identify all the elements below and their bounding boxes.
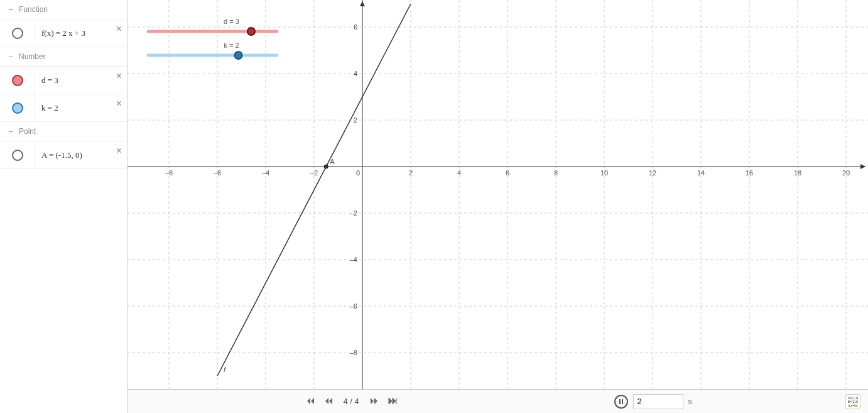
svg-text:6: 6 xyxy=(506,169,509,177)
close-icon[interactable]: × xyxy=(116,70,122,82)
section-header-function[interactable]: − Function xyxy=(0,0,127,19)
svg-text:–2: –2 xyxy=(350,209,357,217)
svg-text:20: 20 xyxy=(842,169,850,177)
item-label: f(x) = 2 x + 3 xyxy=(35,21,127,46)
svg-text:–8: –8 xyxy=(165,169,173,177)
prev-step-button[interactable] xyxy=(322,396,336,407)
collapse-icon: − xyxy=(6,127,15,136)
svg-text:–4: –4 xyxy=(262,169,269,177)
svg-text:12: 12 xyxy=(649,169,656,177)
pause-button[interactable] xyxy=(614,395,628,409)
main-area: –8–6–4–202468101214161820–8–6–4–2246fAd … xyxy=(127,0,868,413)
graph-canvas[interactable]: –8–6–4–202468101214161820–8–6–4–2246fAd … xyxy=(127,0,868,389)
section-label: Number xyxy=(19,52,46,61)
svg-text:8: 8 xyxy=(554,169,558,177)
svg-text:16: 16 xyxy=(746,169,753,177)
algebra-item-point[interactable]: A = (-1.5, 0) × xyxy=(0,141,127,169)
svg-text:A: A xyxy=(330,158,335,165)
collapse-icon: − xyxy=(6,52,15,61)
visibility-toggle[interactable] xyxy=(0,94,35,121)
time-unit-label: s xyxy=(688,397,693,406)
svg-text:4: 4 xyxy=(457,169,461,177)
visibility-toggle[interactable] xyxy=(0,67,35,94)
algebra-item-k[interactable]: k = 2 × xyxy=(0,94,127,122)
algebra-item-d[interactable]: d = 3 × xyxy=(0,67,127,94)
svg-rect-56 xyxy=(622,399,623,404)
visibility-toggle[interactable] xyxy=(0,19,35,47)
item-label: A = (-1.5, 0) xyxy=(35,143,127,168)
svg-point-50 xyxy=(247,28,255,35)
close-icon[interactable]: × xyxy=(116,145,122,157)
last-step-button[interactable] xyxy=(386,396,399,407)
item-label: k = 2 xyxy=(35,96,127,121)
svg-point-47 xyxy=(324,165,328,168)
time-input[interactable] xyxy=(633,394,683,409)
svg-text:–2: –2 xyxy=(310,169,318,177)
svg-text:–6: –6 xyxy=(350,302,357,310)
close-icon[interactable]: × xyxy=(116,23,122,35)
svg-text:10: 10 xyxy=(600,169,608,177)
step-navigation: 4 / 4 xyxy=(303,396,399,407)
first-step-button[interactable] xyxy=(303,396,317,407)
section-label: Point xyxy=(19,127,36,136)
svg-text:2: 2 xyxy=(354,116,357,124)
svg-text:f: f xyxy=(224,366,226,373)
svg-rect-55 xyxy=(619,399,621,404)
coordinate-plane[interactable]: –8–6–4–202468101214161820–8–6–4–2246fAd … xyxy=(127,0,868,389)
next-step-button[interactable] xyxy=(367,396,381,407)
svg-text:18: 18 xyxy=(794,169,801,177)
svg-line-45 xyxy=(217,4,411,376)
section-label: Function xyxy=(19,5,48,14)
svg-text:14: 14 xyxy=(697,169,705,177)
svg-text:4: 4 xyxy=(354,70,357,77)
svg-text:d = 3: d = 3 xyxy=(224,18,239,25)
algebra-sidebar: − Function f(x) = 2 x + 3 × − Number d =… xyxy=(0,0,127,413)
playback-controls: s xyxy=(614,394,693,409)
section-header-point[interactable]: − Point xyxy=(0,122,127,141)
svg-text:–8: –8 xyxy=(350,349,357,356)
svg-text:2: 2 xyxy=(409,169,413,177)
item-label: d = 3 xyxy=(35,68,127,93)
svg-text:–6: –6 xyxy=(214,169,221,177)
svg-text:6: 6 xyxy=(354,23,357,31)
svg-text:0: 0 xyxy=(356,169,360,177)
algebra-item-function[interactable]: f(x) = 2 x + 3 × xyxy=(0,19,127,47)
bottom-toolbar: 4 / 4 s A=(1,1)B=(2,2)a:y=kx xyxy=(127,389,868,413)
section-header-number[interactable]: − Number xyxy=(0,47,127,67)
close-icon[interactable]: × xyxy=(116,98,122,109)
svg-point-53 xyxy=(235,52,242,59)
visibility-toggle[interactable] xyxy=(0,141,35,168)
svg-text:–4: –4 xyxy=(350,256,357,263)
svg-text:k = 2: k = 2 xyxy=(224,41,239,49)
collapse-icon: − xyxy=(6,5,15,14)
step-indicator: 4 / 4 xyxy=(344,397,359,406)
style-bar-toggle[interactable]: A=(1,1)B=(2,2)a:y=kx xyxy=(845,394,860,409)
